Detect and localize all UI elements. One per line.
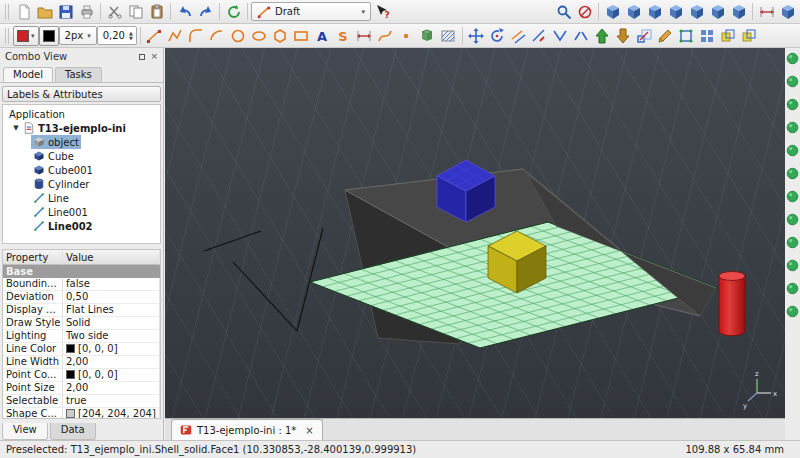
draft-subelement-highlight-button[interactable] — [676, 25, 697, 46]
float-panel-icon[interactable] — [139, 54, 145, 60]
snap-ortho-button[interactable] — [786, 282, 799, 295]
tree-item-line002[interactable]: Line002 — [3, 219, 160, 233]
draft-offset-button[interactable] — [508, 25, 529, 46]
tab-tasks[interactable]: Tasks — [55, 67, 102, 82]
refresh-button[interactable] — [223, 1, 244, 22]
fit-all-button[interactable] — [553, 1, 574, 22]
text-scale-spinner[interactable]: 0,20▲▼ — [97, 26, 137, 45]
right-view-button[interactable] — [665, 1, 686, 22]
property-value[interactable]: [0, 0, 0] — [63, 343, 160, 356]
workbench-selector[interactable]: Draft ▾ — [251, 2, 371, 21]
document-tab[interactable]: T13-ejemplo-ini : 1* × — [171, 419, 323, 440]
snap-lock-button[interactable] — [786, 52, 799, 65]
property-name[interactable]: Line Color — [3, 343, 63, 356]
tree-item-line[interactable]: Line — [3, 191, 160, 205]
line-color-picker[interactable]: ▾ — [13, 26, 39, 46]
draft-split-button[interactable] — [571, 25, 592, 46]
line-width-selector[interactable]: 2px▾ — [59, 26, 97, 45]
draft-fillet-button[interactable] — [186, 25, 207, 46]
property-value[interactable]: [204, 204, 204] — [63, 408, 160, 419]
face-color-picker[interactable] — [39, 26, 59, 46]
open-document-button[interactable] — [34, 1, 55, 22]
front-view-button[interactable] — [623, 1, 644, 22]
tree-item-cylinder[interactable]: Cylinder — [3, 177, 160, 191]
property-value[interactable]: 2,00 — [63, 382, 160, 395]
isometric-view-button[interactable] — [602, 1, 623, 22]
property-name[interactable]: Line Width — [3, 356, 63, 369]
3d-canvas[interactable]: z x y — [165, 48, 785, 418]
property-value[interactable]: true — [63, 395, 160, 408]
draft-rectangle-button[interactable] — [291, 25, 312, 46]
property-value[interactable]: false — [63, 278, 160, 291]
draft-circle-button[interactable] — [228, 25, 249, 46]
draft-trimex-button[interactable] — [529, 25, 550, 46]
tab-view[interactable]: View — [2, 423, 48, 440]
snap-midpoint-button[interactable] — [786, 98, 799, 111]
property-name[interactable]: Shape C... — [3, 408, 63, 419]
value-column-header[interactable]: Value — [63, 250, 160, 265]
whats-this-button[interactable] — [371, 1, 392, 22]
snap-parallel-button[interactable] — [786, 190, 799, 203]
draft-polygon-button[interactable] — [270, 25, 291, 46]
tab-data[interactable]: Data — [50, 423, 96, 440]
property-name[interactable]: Deviation — [3, 291, 63, 304]
paste-button[interactable] — [146, 1, 167, 22]
draft-array-button[interactable] — [697, 25, 718, 46]
property-value[interactable]: Flat Lines — [63, 304, 160, 317]
draft-edit-button[interactable] — [655, 25, 676, 46]
property-name[interactable]: Selectable — [3, 395, 63, 408]
snap-perpendicular-button[interactable] — [786, 259, 799, 272]
tree-item-cube001[interactable]: Cube001 — [3, 163, 160, 177]
draft-scale-button[interactable] — [634, 25, 655, 46]
save-document-button[interactable] — [55, 1, 76, 22]
snap-endpoint-button[interactable] — [786, 75, 799, 88]
tab-model[interactable]: Model — [3, 67, 53, 82]
red-cylinder[interactable] — [719, 272, 745, 336]
draft-shapestring-button[interactable] — [333, 25, 354, 46]
toolbar-grip[interactable] — [5, 28, 10, 44]
property-value[interactable]: [0, 0, 0] — [63, 369, 160, 382]
draft-polyline-button[interactable] — [165, 25, 186, 46]
draft-text-button[interactable] — [312, 25, 333, 46]
undo-button[interactable] — [174, 1, 195, 22]
draw-style-button[interactable] — [574, 1, 595, 22]
left-view-button[interactable] — [728, 1, 749, 22]
new-document-button[interactable] — [13, 1, 34, 22]
draft-line-objects[interactable] — [204, 228, 323, 331]
draft-bspline-button[interactable] — [375, 25, 396, 46]
draft-rotate-button[interactable] — [487, 25, 508, 46]
expander-icon[interactable]: ▼ — [11, 124, 21, 132]
labels-attributes-header[interactable]: Labels & Attributes — [2, 86, 161, 102]
draft-hatch-button[interactable] — [438, 25, 459, 46]
snap-center-button[interactable] — [786, 144, 799, 157]
close-panel-icon[interactable]: × — [150, 52, 158, 61]
combo-view-titlebar[interactable]: Combo View × — [0, 48, 163, 65]
property-value[interactable]: Two side — [63, 330, 160, 343]
property-name[interactable]: Lighting — [3, 330, 63, 343]
draft-clone-button[interactable] — [739, 25, 760, 46]
property-group-base[interactable]: Base — [3, 265, 160, 278]
property-name[interactable]: Boundin... — [3, 278, 63, 291]
snap-intersection-button[interactable] — [786, 236, 799, 249]
print-button[interactable] — [76, 1, 97, 22]
property-name[interactable]: Display ... — [3, 304, 63, 317]
tree-item-application[interactable]: Application — [3, 107, 160, 121]
close-tab-icon[interactable]: × — [305, 425, 313, 436]
draft-arc-button[interactable] — [207, 25, 228, 46]
clipping-plane-button[interactable] — [777, 1, 798, 22]
draft-upgrade-button[interactable] — [592, 25, 613, 46]
top-view-button[interactable] — [644, 1, 665, 22]
draft-join-button[interactable] — [550, 25, 571, 46]
draft-mirror-button[interactable] — [718, 25, 739, 46]
tree-item-cube[interactable]: Cube — [3, 149, 160, 163]
rear-view-button[interactable] — [686, 1, 707, 22]
draft-facebinder-button[interactable] — [417, 25, 438, 46]
property-name[interactable]: Point Size — [3, 382, 63, 395]
tree-item-document[interactable]: ▼ T13-ejemplo-ini — [3, 121, 160, 135]
property-value[interactable]: 2,00 — [63, 356, 160, 369]
redo-button[interactable] — [195, 1, 216, 22]
draft-move-button[interactable] — [466, 25, 487, 46]
bottom-view-button[interactable] — [707, 1, 728, 22]
toolbar-grip[interactable] — [5, 4, 10, 20]
cut-button[interactable] — [104, 1, 125, 22]
